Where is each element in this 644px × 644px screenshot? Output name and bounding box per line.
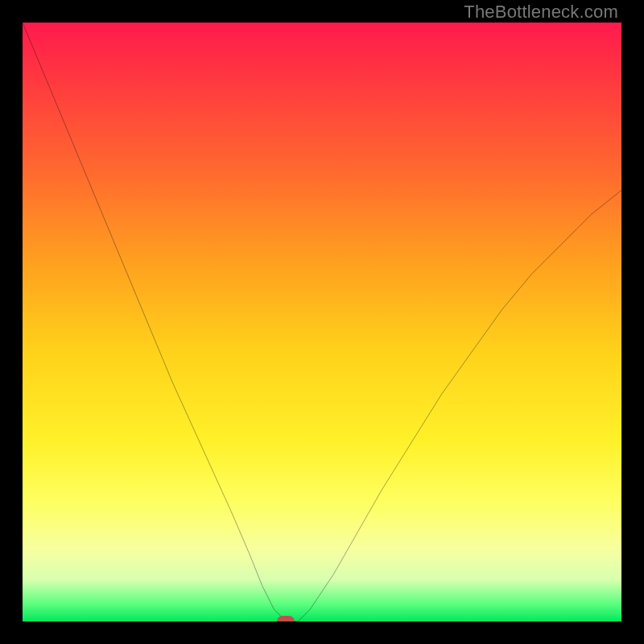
optimal-marker: [277, 616, 295, 621]
plot-area: [23, 23, 621, 621]
curve-path: [23, 23, 621, 621]
chart-frame: TheBottleneck.com: [0, 0, 644, 644]
watermark-text: TheBottleneck.com: [464, 2, 618, 23]
bottleneck-curve: [23, 23, 621, 621]
